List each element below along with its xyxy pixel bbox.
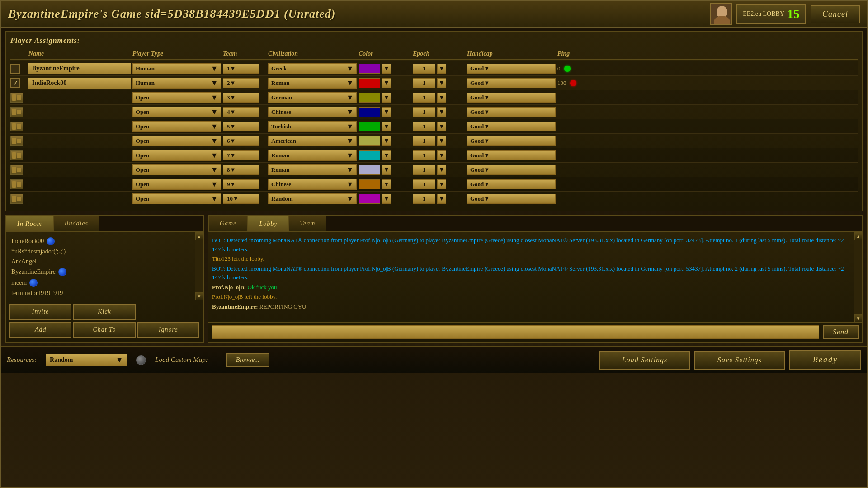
list-item[interactable]: terminator19191919 [9, 288, 199, 298]
handicap-dropdown-6[interactable]: Good ▼ [467, 136, 556, 146]
tab-team[interactable]: Team [288, 216, 326, 231]
civ-dropdown-5[interactable]: Turkish ▼ [268, 121, 357, 132]
save-settings-button[interactable]: Save Settings [694, 351, 785, 370]
epoch-arrow-5[interactable]: ▼ [437, 122, 446, 131]
handicap-dropdown-4[interactable]: Good ▼ [467, 107, 556, 117]
color-arrow-2[interactable]: ▼ [382, 78, 391, 88]
civ-dropdown-9[interactable]: Chinese ▼ [268, 179, 357, 190]
color-swatch-10[interactable] [359, 194, 380, 204]
team-dropdown-6[interactable]: 6 ▼ [223, 136, 259, 146]
list-item[interactable]: ArkAngel [9, 257, 199, 267]
scroll-down-arrow[interactable]: ▼ [195, 292, 203, 300]
list-item[interactable]: TheGrouchDE [9, 298, 199, 300]
player-type-dropdown-1[interactable]: Human ▼ [132, 63, 221, 74]
chat-to-button[interactable]: Chat To [73, 322, 135, 338]
color-arrow-6[interactable]: ▼ [382, 136, 391, 146]
handicap-dropdown-1[interactable]: Good ▼ [467, 64, 556, 74]
chat-scrollbar[interactable]: ▲ ▼ [854, 232, 862, 322]
chat-input[interactable] [212, 325, 819, 339]
player-type-dropdown-3[interactable]: Open ▼ [132, 92, 221, 103]
chat-scroll-down[interactable]: ▼ [854, 314, 863, 322]
civ-dropdown-7[interactable]: Roman ▼ [268, 150, 357, 161]
civ-dropdown-6[interactable]: American ▼ [268, 136, 357, 146]
list-item[interactable]: IndieRock00 [9, 236, 199, 247]
ready-button[interactable]: Ready [789, 350, 861, 370]
player-type-dropdown-2[interactable]: Human ▼ [132, 78, 221, 89]
load-settings-button[interactable]: Load Settings [599, 351, 690, 370]
epoch-arrow-1[interactable]: ▼ [437, 64, 446, 74]
color-swatch-6[interactable] [359, 136, 380, 146]
list-item[interactable]: meem [9, 277, 199, 288]
civ-dropdown-3[interactable]: German ▼ [268, 92, 357, 103]
tab-in-room[interactable]: In Room [6, 216, 53, 231]
color-arrow-1[interactable]: ▼ [382, 64, 391, 74]
epoch-arrow-6[interactable]: ▼ [437, 136, 446, 146]
epoch-arrow-10[interactable]: ▼ [437, 194, 446, 204]
handicap-dropdown-10[interactable]: Good ▼ [467, 194, 556, 204]
color-arrow-10[interactable]: ▼ [382, 194, 391, 204]
tab-buddies[interactable]: Buddies [53, 216, 99, 231]
tab-lobby[interactable]: Lobby [248, 216, 288, 231]
cancel-button[interactable]: Cancel [811, 5, 860, 23]
handicap-dropdown-7[interactable]: Good ▼ [467, 150, 556, 160]
color-arrow-5[interactable]: ▼ [382, 122, 391, 131]
team-dropdown-2[interactable]: 2 ▼ [223, 78, 259, 88]
team-dropdown-1[interactable]: 1 ▼ [223, 64, 259, 74]
list-scrollbar[interactable]: ▲ ▼ [195, 232, 203, 300]
civ-dropdown-4[interactable]: Chinese ▼ [268, 107, 357, 117]
team-dropdown-8[interactable]: 8 ▼ [223, 165, 259, 175]
player-type-dropdown-8[interactable]: Open ▼ [132, 164, 221, 175]
team-dropdown-7[interactable]: 7 ▼ [223, 150, 259, 160]
resources-dropdown[interactable]: Random ▼ [46, 354, 127, 366]
team-dropdown-3[interactable]: 3 ▼ [223, 93, 259, 103]
team-dropdown-10[interactable]: 10 ▼ [223, 194, 259, 204]
color-swatch-1[interactable] [359, 64, 380, 74]
civ-dropdown-1[interactable]: Greek ▼ [268, 63, 357, 74]
add-button[interactable]: Add [9, 322, 71, 338]
browse-button[interactable]: Browse... [226, 353, 269, 367]
color-swatch-9[interactable] [359, 179, 380, 189]
color-arrow-9[interactable]: ▼ [382, 179, 391, 189]
send-button[interactable]: Send [823, 325, 859, 339]
color-swatch-4[interactable] [359, 107, 380, 117]
civ-dropdown-10[interactable]: Random ▼ [268, 193, 357, 204]
team-dropdown-4[interactable]: 4 ▼ [223, 107, 259, 117]
epoch-arrow-4[interactable]: ▼ [437, 107, 446, 117]
ignore-button[interactable]: Ignore [137, 322, 199, 338]
civ-dropdown-8[interactable]: Roman ▼ [268, 164, 357, 175]
player-type-dropdown-7[interactable]: Open ▼ [132, 150, 221, 161]
color-arrow-4[interactable]: ▼ [382, 107, 391, 117]
list-item[interactable]: ByzantineEmpire [9, 267, 199, 277]
list-item[interactable]: *uRs*destajador(';-;') [9, 247, 199, 257]
handicap-dropdown-2[interactable]: Good ▼ [467, 78, 556, 88]
civ-dropdown-2[interactable]: Roman ▼ [268, 78, 357, 89]
player-type-dropdown-6[interactable]: Open ▼ [132, 136, 221, 146]
handicap-dropdown-5[interactable]: Good ▼ [467, 122, 556, 131]
epoch-arrow-2[interactable]: ▼ [437, 78, 446, 88]
color-arrow-7[interactable]: ▼ [382, 150, 391, 160]
color-swatch-3[interactable] [359, 93, 380, 103]
tab-game[interactable]: Game [208, 216, 248, 231]
player-type-dropdown-9[interactable]: Open ▼ [132, 179, 221, 190]
epoch-arrow-3[interactable]: ▼ [437, 93, 446, 103]
player-type-dropdown-5[interactable]: Open ▼ [132, 121, 221, 132]
epoch-arrow-8[interactable]: ▼ [437, 165, 446, 175]
row-checkbox-1[interactable] [10, 64, 20, 74]
color-arrow-3[interactable]: ▼ [382, 93, 391, 103]
scroll-up-arrow[interactable]: ▲ [195, 232, 203, 240]
team-dropdown-9[interactable]: 9 ▼ [223, 179, 259, 189]
color-swatch-5[interactable] [359, 122, 380, 131]
handicap-dropdown-8[interactable]: Good ▼ [467, 165, 556, 175]
epoch-arrow-9[interactable]: ▼ [437, 179, 446, 189]
handicap-dropdown-9[interactable]: Good ▼ [467, 179, 556, 189]
kick-button[interactable]: Kick [73, 304, 135, 320]
color-swatch-7[interactable] [359, 150, 380, 160]
color-arrow-8[interactable]: ▼ [382, 165, 391, 175]
player-type-dropdown-4[interactable]: Open ▼ [132, 107, 221, 117]
player-type-dropdown-10[interactable]: Open ▼ [132, 193, 221, 204]
epoch-arrow-7[interactable]: ▼ [437, 150, 446, 160]
team-dropdown-5[interactable]: 5 ▼ [223, 122, 259, 131]
chat-scroll-up[interactable]: ▲ [854, 232, 863, 240]
row-checkbox-2[interactable]: ✓ [10, 78, 20, 88]
invite-button[interactable]: Invite [9, 304, 71, 320]
